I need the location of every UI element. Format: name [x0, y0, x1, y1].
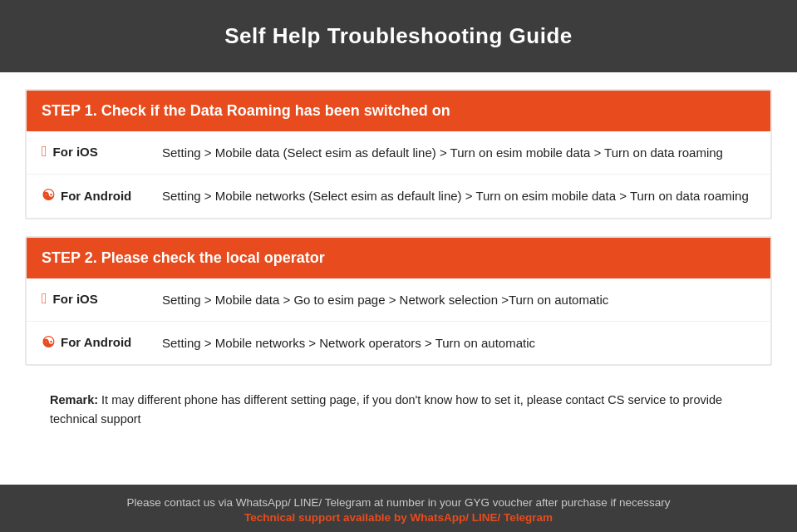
page-title: Self Help Troubleshooting Guide — [17, 23, 780, 49]
footer-support-text: Technical support available by WhatsApp/… — [17, 511, 780, 524]
step1-header: STEP 1. Check if the Data Roaming has be… — [27, 91, 770, 131]
step2-ios-text: Setting > Mobile data > Go to esim page … — [162, 290, 608, 309]
android-icon-2: ☯ — [42, 333, 55, 352]
step2-body:  For iOS Setting > Mobile data > Go to … — [27, 278, 770, 365]
step1-android-row: ☯ For Android Setting > Mobile networks … — [27, 175, 770, 217]
remark-label: Remark: — [50, 393, 98, 406]
step2-header: STEP 2. Please check the local operator — [27, 238, 770, 278]
apple-icon-2:  — [42, 290, 47, 308]
main-content: STEP 1. Check if the Data Roaming has be… — [0, 72, 797, 485]
step2-android-text: Setting > Mobile networks > Network oper… — [162, 333, 535, 352]
step1-android-text: Setting > Mobile networks (Select esim a… — [162, 186, 749, 205]
step2-ios-row:  For iOS Setting > Mobile data > Go to … — [27, 278, 770, 322]
step1-android-label: ☯ For Android — [42, 186, 162, 204]
page-header: Self Help Troubleshooting Guide — [0, 0, 797, 72]
step2-android-label: ☯ For Android — [42, 333, 162, 352]
step1-ios-label:  For iOS — [42, 143, 162, 160]
step2-block: STEP 2. Please check the local operator … — [25, 236, 772, 367]
step2-ios-label:  For iOS — [42, 290, 162, 308]
remark-text: It may different phone has different set… — [50, 393, 722, 426]
step2-android-row: ☯ For Android Setting > Mobile networks … — [27, 322, 770, 364]
apple-icon:  — [42, 143, 47, 160]
step1-ios-row:  For iOS Setting > Mobile data (Select … — [27, 131, 770, 175]
step1-body:  For iOS Setting > Mobile data (Select … — [27, 131, 770, 218]
step1-block: STEP 1. Check if the Data Roaming has be… — [25, 89, 772, 219]
android-icon: ☯ — [42, 186, 55, 204]
remark-section: Remark: It may different phone has diffe… — [25, 382, 772, 441]
footer-contact-text: Please contact us via WhatsApp/ LINE/ Te… — [17, 496, 780, 509]
step1-ios-text: Setting > Mobile data (Select esim as de… — [162, 143, 723, 162]
footer: Please contact us via WhatsApp/ LINE/ Te… — [0, 485, 797, 532]
